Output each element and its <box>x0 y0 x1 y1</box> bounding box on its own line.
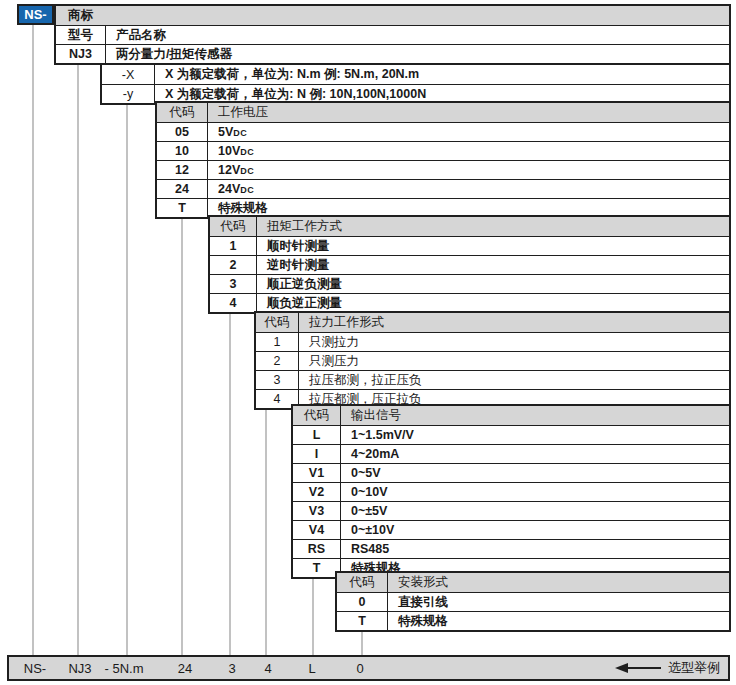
output-row-2: V10~5V <box>293 463 729 482</box>
code-column-header: 代码 <box>157 103 208 122</box>
output-signal-table: 代码输出信号L1~1.5mV/VI4~20mAV10~5VV20~10VV30~… <box>291 404 731 579</box>
desc-cell: 4~20mA <box>341 447 729 461</box>
desc-cell: 只测拉力 <box>299 334 729 351</box>
torque-row-3: 4顺负逆正测量 <box>210 293 729 312</box>
code-cell: 1 <box>256 333 299 351</box>
model-table: 商标 型号 产品名称 NJ3 两分量力/扭矩传感器 <box>54 4 731 65</box>
connector-model <box>77 64 79 655</box>
desc-cell: 只测压力 <box>299 353 729 370</box>
output-row-5: V40~±10V <box>293 520 729 539</box>
code-cell: 2 <box>256 352 299 370</box>
voltage-row-0: 055VDC <box>157 122 729 141</box>
code-cell: 12 <box>157 161 208 179</box>
load-row-x: -X X 为额定载荷，单位为: N.m 例: 5N.m, 20N.m <box>102 65 729 84</box>
ordering-code-diagram: NS- 商标 型号 产品名称 NJ3 两分量力/扭矩传感器 -X X 为额定载荷… <box>0 0 736 685</box>
code-column-header: 代码 <box>337 573 388 592</box>
connector-torque <box>229 313 231 655</box>
code-cell: 4 <box>210 294 257 312</box>
install-header-row: 代码安装形式 <box>337 573 729 592</box>
code-cell: 2 <box>210 256 257 274</box>
unit-subscript: DC <box>240 147 254 157</box>
example-item-2: - 5N.m <box>105 661 144 676</box>
desc-cell: 顺时针测量 <box>257 238 729 255</box>
tension-mode-table: 代码拉力工作形式1只测拉力2只测压力3拉压都测，拉正压负4拉压都测，压正拉负 <box>254 311 731 410</box>
code-cell: 3 <box>210 275 257 293</box>
example-item-4: 3 <box>228 661 235 676</box>
unit-subscript: DC <box>233 128 247 138</box>
label-column-header: 工作电压 <box>208 104 729 121</box>
connector-tension <box>265 409 267 655</box>
code-cell: 0 <box>337 593 388 611</box>
code-cell: V3 <box>293 502 341 520</box>
output-row-0: L1~1.5mV/V <box>293 425 729 444</box>
rated-load-table: -X X 为额定载荷，单位为: N.m 例: 5N.m, 20N.m -y X … <box>100 63 731 105</box>
connector-output <box>312 577 314 655</box>
code-cell: 24 <box>157 180 208 198</box>
product-column-header: 产品名称 <box>106 27 729 44</box>
output-header-row: 代码输出信号 <box>293 406 729 425</box>
trademark-label: 商标 <box>68 7 93 24</box>
trademark-row: 商标 <box>56 6 729 25</box>
product-name: 两分量力/扭矩传感器 <box>106 46 729 63</box>
connector-load <box>126 103 128 655</box>
desc-cell: 直接引线 <box>388 594 729 611</box>
code-cell: T <box>157 199 208 217</box>
model-row: NJ3 两分量力/扭矩传感器 <box>56 44 729 63</box>
torque-mode-table: 代码扭矩工作方式1顺时针测量2逆时针测量3顺正逆负测量4顺负逆正测量 <box>208 215 731 314</box>
desc-cell: 顺正逆负测量 <box>257 276 729 293</box>
example-item-6: L <box>308 661 315 676</box>
desc-cell: 12VDC <box>208 163 729 177</box>
model-column-header: 型号 <box>56 26 106 44</box>
example-item-3: 24 <box>178 661 192 676</box>
label-column-header: 安装形式 <box>388 574 729 591</box>
desc-cell: RS485 <box>341 542 729 556</box>
load-desc: X 为额定载荷，单位为: N 例: 10N,100N,1000N <box>155 86 729 103</box>
desc-cell: 0~±5V <box>341 504 729 518</box>
torque-row-0: 1顺时针测量 <box>210 236 729 255</box>
torque-row-1: 2逆时针测量 <box>210 255 729 274</box>
torque-header-row: 代码扭矩工作方式 <box>210 217 729 236</box>
code-cell: 3 <box>256 371 299 389</box>
code-cell: 1 <box>210 237 257 255</box>
code-column-header: 代码 <box>293 406 341 425</box>
example-band: 选型举例 NS-NJ3- 5N.m2434L0 <box>7 655 730 681</box>
label-column-header: 扭矩工作方式 <box>257 218 729 235</box>
desc-cell: 拉压都测，拉正压负 <box>299 372 729 389</box>
code-cell: 05 <box>157 123 208 141</box>
example-arrow: 选型举例 <box>615 659 720 677</box>
tension-header-row: 代码拉力工作形式 <box>256 313 729 332</box>
install-row-1: T特殊规格 <box>337 611 729 630</box>
tension-row-2: 3拉压都测，拉正压负 <box>256 370 729 389</box>
code-cell: L <box>293 426 341 444</box>
connector-install <box>361 630 363 655</box>
brand-code-box: NS- <box>17 4 54 25</box>
code-cell: V1 <box>293 464 341 482</box>
code-cell: T <box>293 559 341 577</box>
code-cell: RS <box>293 540 341 558</box>
load-code: -y <box>102 85 155 103</box>
connector-brand <box>32 25 34 655</box>
desc-cell: 24VDC <box>208 182 729 196</box>
desc-cell: 0~10V <box>341 485 729 499</box>
installation-table: 代码安装形式0直接引线T特殊规格 <box>335 571 731 632</box>
connector-voltage <box>181 216 183 655</box>
desc-cell: 特殊规格 <box>208 200 729 217</box>
code-cell: T <box>337 612 388 630</box>
unit-subscript: DC <box>240 166 254 176</box>
voltage-row-2: 1212VDC <box>157 160 729 179</box>
voltage-header-row: 代码工作电压 <box>157 103 729 122</box>
output-row-4: V30~±5V <box>293 501 729 520</box>
desc-cell: 1~1.5mV/V <box>341 428 729 442</box>
code-cell: V2 <box>293 483 341 501</box>
load-code: -X <box>102 65 155 84</box>
example-label: 选型举例 <box>668 659 720 677</box>
voltage-row-3: 2424VDC <box>157 179 729 198</box>
desc-cell: 0~±10V <box>341 523 729 537</box>
code-column-header: 代码 <box>256 313 299 332</box>
desc-cell: 顺负逆正测量 <box>257 295 729 312</box>
load-desc: X 为额定载荷，单位为: N.m 例: 5N.m, 20N.m <box>155 66 729 83</box>
torque-row-2: 3顺正逆负测量 <box>210 274 729 293</box>
output-row-6: RSRS485 <box>293 539 729 558</box>
label-column-header: 拉力工作形式 <box>299 314 729 331</box>
code-cell: I <box>293 445 341 463</box>
